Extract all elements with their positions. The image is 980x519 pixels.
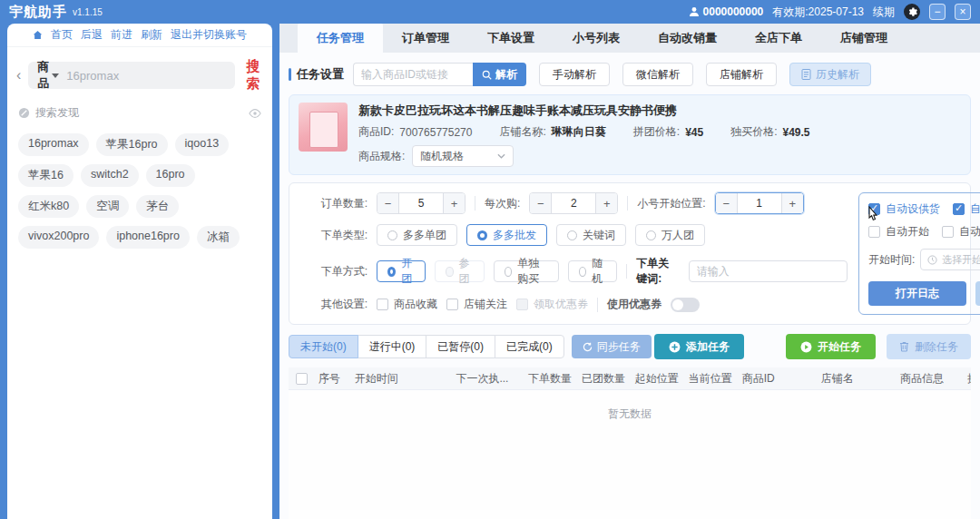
tag-chip[interactable]: vivox200pro xyxy=(18,226,99,249)
start-pos-label: 小号开始位置: xyxy=(637,196,705,211)
filter-paused[interactable]: 已暂停(0) xyxy=(426,335,495,358)
task-setup-label: 任务设置 xyxy=(289,66,344,83)
auto-reprice-checkbox[interactable]: 自动改价 xyxy=(953,201,980,217)
delete-task-button[interactable]: 删除任务 xyxy=(887,334,971,359)
per-buy-label: 每次购: xyxy=(485,196,520,211)
manual-parse-button[interactable]: 手动解析 xyxy=(539,63,610,86)
home-icon[interactable] xyxy=(33,30,43,40)
use-coupon-toggle[interactable] xyxy=(671,298,700,312)
minus-button[interactable]: − xyxy=(716,193,738,213)
start-task-button[interactable]: 开始任务 xyxy=(786,334,876,359)
tag-chip[interactable]: 16pro xyxy=(146,164,195,187)
col-start-pos: 起始位置 xyxy=(632,371,685,387)
order-qty-stepper[interactable]: − + xyxy=(377,192,466,214)
close-icon[interactable]: × xyxy=(955,4,971,20)
minus-button[interactable]: − xyxy=(530,193,552,213)
order-type-duoduo-single[interactable]: 多多单团 xyxy=(377,224,457,246)
auto-supply-checkbox[interactable]: 自动设供货 xyxy=(868,201,940,217)
method-single-buy[interactable]: 单独购买 xyxy=(494,260,559,282)
eye-icon[interactable] xyxy=(249,107,261,120)
tab-shop-management[interactable]: 店铺管理 xyxy=(821,24,906,53)
start-pos-stepper[interactable]: − + xyxy=(715,192,804,214)
nav-refresh[interactable]: 刷新 xyxy=(141,27,162,43)
history-parse-button[interactable]: 历史解析 xyxy=(789,63,871,86)
tab-auto-sales[interactable]: 自动改销量 xyxy=(639,24,736,53)
sidebar-nav: 首页 后退 前进 刷新 退出并切换账号 xyxy=(7,24,272,47)
tag-chip[interactable]: 苹果16pro xyxy=(96,133,168,156)
col-seq: 序号 xyxy=(315,371,351,387)
search-button[interactable]: 搜索 xyxy=(242,58,263,93)
favorite-product-checkbox[interactable]: 商品收藏 xyxy=(377,297,437,312)
order-type-10k-group[interactable]: 万人团 xyxy=(635,224,705,246)
product-thumbnail xyxy=(299,103,348,152)
tag-chip[interactable]: 苹果16 xyxy=(18,164,74,187)
start-time-input[interactable]: 选择开始时间(可不选) xyxy=(920,249,980,270)
order-keyword-input[interactable] xyxy=(689,260,848,282)
col-product-info: 商品信息 xyxy=(897,371,964,387)
group-price-value: ¥45 xyxy=(685,126,703,139)
parse-button[interactable]: 解析 xyxy=(473,63,526,86)
auto-options-panel: 自动设供货 自动改价 自动开始 自动打开日志 xyxy=(858,192,980,315)
renew-link[interactable]: 续期 xyxy=(873,5,895,20)
tag-chip[interactable]: iqoo13 xyxy=(175,133,230,156)
tab-alt-accounts[interactable]: 小号列表 xyxy=(554,24,639,53)
radio-icon xyxy=(579,267,586,277)
method-random[interactable]: 随机 xyxy=(568,260,617,282)
sync-tasks-button[interactable]: 同步任务 xyxy=(572,335,652,358)
follow-shop-checkbox[interactable]: 店铺关注 xyxy=(446,297,507,312)
tag-chip[interactable]: switch2 xyxy=(81,164,139,187)
plus-button[interactable]: + xyxy=(781,193,803,213)
tag-chip[interactable]: iphone16pro xyxy=(106,226,190,249)
filter-in-progress[interactable]: 进行中(0) xyxy=(358,335,427,358)
tab-order-settings[interactable]: 下单设置 xyxy=(468,24,554,53)
tag-chip[interactable]: 红米k80 xyxy=(18,195,79,218)
per-buy-stepper[interactable]: − + xyxy=(529,192,618,214)
tag-chip[interactable]: 空调 xyxy=(86,195,129,218)
search-box[interactable]: 商品 xyxy=(28,62,235,89)
nav-back[interactable]: 后退 xyxy=(81,27,103,43)
settings-icon[interactable] xyxy=(904,4,920,20)
col-grouped-qty: 已团数量 xyxy=(578,371,632,387)
auto-open-log-checkbox[interactable]: 自动打开日志 xyxy=(942,224,980,240)
order-qty-value[interactable] xyxy=(399,193,443,213)
plus-button[interactable]: + xyxy=(595,193,617,213)
order-type-duoduo-wholesale[interactable]: 多多批发 xyxy=(466,224,547,246)
minus-button[interactable]: − xyxy=(377,193,399,213)
discover-title: 搜索发现 xyxy=(35,105,79,121)
chevron-left-icon[interactable]: ‹ xyxy=(16,67,21,83)
start-pos-value[interactable] xyxy=(738,193,781,213)
shop-parse-button[interactable]: 店铺解析 xyxy=(706,63,777,86)
plus-button[interactable]: + xyxy=(443,193,465,213)
spec-label: 商品规格: xyxy=(358,149,405,164)
search-input[interactable] xyxy=(66,69,226,83)
tag-chip[interactable]: 冰箱 xyxy=(197,226,240,249)
order-qty-label: 订单数量: xyxy=(299,196,368,211)
spec-select[interactable]: 随机规格 xyxy=(412,145,514,167)
wechat-parse-button[interactable]: 微信解析 xyxy=(622,63,693,86)
clear-cache-button[interactable]: 清除任务缓存 xyxy=(975,281,980,306)
per-buy-value[interactable] xyxy=(552,193,595,213)
product-id-input[interactable] xyxy=(353,63,473,86)
select-all-checkbox[interactable] xyxy=(296,373,308,385)
filter-completed[interactable]: 已完成(0) xyxy=(495,335,564,358)
sidebar: 首页 后退 前进 刷新 退出并切换账号 ‹ 商品 搜索 搜索发现 16proma… xyxy=(7,24,272,519)
method-open-group[interactable]: 开团 xyxy=(377,260,426,282)
tab-task-management[interactable]: 任务管理 xyxy=(298,24,383,53)
minimize-icon[interactable]: − xyxy=(929,4,946,20)
nav-home[interactable]: 首页 xyxy=(51,27,73,43)
group-price-label: 拼团价格: xyxy=(633,124,680,140)
order-type-keyword[interactable]: 关键词 xyxy=(556,224,626,246)
auto-start-checkbox[interactable]: 自动开始 xyxy=(868,224,929,240)
open-log-button[interactable]: 打开日志 xyxy=(868,281,966,306)
tab-order-management[interactable]: 订单管理 xyxy=(383,24,468,53)
single-price-value: ¥49.5 xyxy=(783,126,810,139)
filter-not-started[interactable]: 未开始(0) xyxy=(289,335,358,358)
search-category-dropdown[interactable]: 商品 xyxy=(37,59,59,92)
tab-whole-store-order[interactable]: 全店下单 xyxy=(736,24,821,53)
nav-logout-switch[interactable]: 退出并切换账号 xyxy=(171,27,247,43)
add-task-button[interactable]: 添加任务 xyxy=(654,334,744,359)
nav-forward[interactable]: 前进 xyxy=(111,27,132,43)
tag-chip[interactable]: 茅台 xyxy=(136,195,179,218)
tag-chip[interactable]: 16promax xyxy=(18,133,89,156)
radio-icon xyxy=(387,267,396,277)
